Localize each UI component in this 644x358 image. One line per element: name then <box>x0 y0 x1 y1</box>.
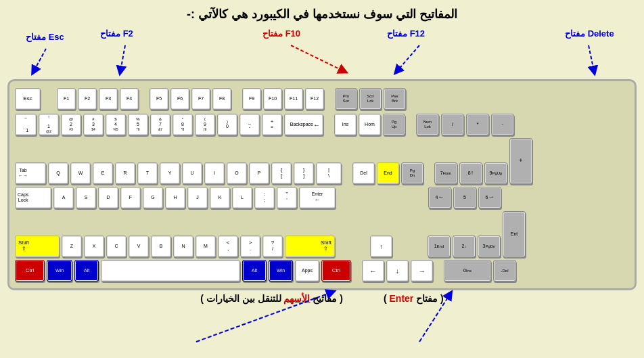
key-num-minus[interactable]: - <box>491 114 514 135</box>
key-k[interactable]: K <box>210 187 230 208</box>
key-0[interactable]: _- <box>239 114 260 135</box>
key-4[interactable]: $4%5 <box>106 114 126 135</box>
key-f10[interactable]: F10 <box>263 88 282 110</box>
key-numlock[interactable]: NumLok <box>416 114 439 135</box>
key-num5[interactable]: 5 <box>453 187 476 208</box>
key-f[interactable]: F <box>120 187 141 208</box>
key-num-enter[interactable]: Ent <box>503 211 526 257</box>
key-n[interactable]: N <box>173 236 193 257</box>
key-left[interactable]: ← <box>362 260 384 282</box>
key-tilde[interactable]: ~` 1 <box>15 114 37 135</box>
key-8[interactable]: (9(9 <box>195 114 215 135</box>
key-slash[interactable]: ?/ <box>262 236 283 257</box>
key-end[interactable]: End <box>377 162 399 184</box>
key-h[interactable]: H <box>165 187 185 208</box>
key-shift-left[interactable]: Shift⇧ <box>15 236 60 257</box>
key-home[interactable]: Hom <box>359 114 381 135</box>
key-3[interactable]: #3$4 <box>83 114 104 135</box>
key-l[interactable]: L <box>232 187 252 208</box>
key-apps[interactable]: Apps <box>295 260 319 282</box>
key-f9[interactable]: F9 <box>242 88 261 110</box>
key-i[interactable]: I <box>204 162 225 184</box>
key-p[interactable]: P <box>249 162 269 184</box>
key-f7[interactable]: F7 <box>191 88 210 110</box>
key-num2[interactable]: 2↓ <box>453 236 476 257</box>
key-num-del[interactable]: .Del <box>493 260 516 282</box>
key-e[interactable]: E <box>93 162 113 184</box>
key-f2[interactable]: F2 <box>78 88 97 110</box>
key-num-mul[interactable]: * <box>466 114 489 135</box>
key-r[interactable]: R <box>115 162 135 184</box>
key-alt-right[interactable]: Alt <box>242 260 267 282</box>
key-f11[interactable]: F11 <box>284 88 303 110</box>
key-down[interactable]: ↓ <box>386 260 409 282</box>
key-num8[interactable]: 8↑ <box>459 162 482 184</box>
key-f6[interactable]: F6 <box>170 88 189 110</box>
key-v[interactable]: V <box>129 236 149 257</box>
key-semicolon[interactable]: :; <box>254 187 275 208</box>
key-a[interactable]: A <box>53 187 74 208</box>
key-backslash[interactable]: |\ <box>316 162 342 184</box>
key-u[interactable]: U <box>182 162 202 184</box>
key-ins[interactable]: Ins <box>334 114 356 135</box>
key-9[interactable]: )0 <box>217 114 237 135</box>
key-2[interactable]: @2#3 <box>61 114 81 135</box>
key-6[interactable]: &7&7 <box>150 114 170 135</box>
key-m[interactable]: M <box>196 236 216 257</box>
key-f4[interactable]: F4 <box>120 88 139 110</box>
key-right[interactable]: → <box>411 260 433 282</box>
key-num4[interactable]: 4← <box>428 187 451 208</box>
key-ctrl-right[interactable]: Ctrl <box>321 260 351 282</box>
key-f1[interactable]: F1 <box>57 88 76 110</box>
key-g[interactable]: G <box>143 187 163 208</box>
key-num7[interactable]: 7Hom <box>434 162 457 184</box>
key-f5[interactable]: F5 <box>150 88 168 110</box>
key-d[interactable]: D <box>98 187 118 208</box>
key-s[interactable]: S <box>76 187 96 208</box>
key-num-plus[interactable]: + <box>509 138 532 184</box>
key-comma[interactable]: <, <box>218 236 238 257</box>
key-y[interactable]: Y <box>160 162 180 184</box>
key-up[interactable]: ↑ <box>370 236 392 257</box>
key-num6[interactable]: 6→ <box>478 187 501 208</box>
key-x[interactable]: X <box>84 236 104 257</box>
key-del[interactable]: Del <box>352 162 375 184</box>
key-f12[interactable]: F12 <box>305 88 324 110</box>
key-shift-right[interactable]: Shift⇧ <box>285 236 335 257</box>
key-num9[interactable]: 9PgUp <box>484 162 507 184</box>
key-q[interactable]: Q <box>48 162 68 184</box>
key-t[interactable]: T <box>137 162 158 184</box>
key-capslock[interactable]: CapsLock <box>15 187 51 208</box>
key-space[interactable] <box>101 260 240 282</box>
key-quote[interactable]: "' <box>277 187 297 208</box>
key-win-left[interactable]: Win <box>47 260 72 282</box>
key-minus[interactable]: += <box>262 114 282 135</box>
key-period[interactable]: >. <box>240 236 260 257</box>
key-enter[interactable]: Enter← <box>299 187 336 208</box>
key-o[interactable]: O <box>227 162 247 184</box>
key-backspace[interactable]: Backspace← <box>284 114 323 135</box>
key-5[interactable]: %5^6 <box>128 114 148 135</box>
key-win-right[interactable]: Win <box>269 260 293 282</box>
key-pgup[interactable]: PgUp <box>383 114 405 135</box>
key-scrlk[interactable]: ScrlLck <box>359 88 382 110</box>
key-pause[interactable]: PseBrk <box>384 88 406 110</box>
key-esc[interactable]: Esc <box>15 88 41 110</box>
key-num1[interactable]: 1End <box>428 236 451 257</box>
key-f3[interactable]: F3 <box>99 88 118 110</box>
key-j[interactable]: J <box>187 187 208 208</box>
key-1[interactable]: !1@2 <box>39 114 59 135</box>
key-b[interactable]: B <box>151 236 171 257</box>
key-w[interactable]: W <box>70 162 91 184</box>
key-num0[interactable]: 0Ins <box>444 260 491 282</box>
key-pgdn[interactable]: PgDn <box>401 162 423 184</box>
key-prtscr[interactable]: PrnSor <box>335 88 357 110</box>
key-num3[interactable]: 3PgDn <box>478 236 501 257</box>
key-tab[interactable]: Tab←→ <box>15 162 46 184</box>
key-lbracket[interactable]: {[ <box>271 162 292 184</box>
key-7[interactable]: *8*8 <box>172 114 193 135</box>
key-rbracket[interactable]: }] <box>294 162 314 184</box>
key-num-div[interactable]: / <box>441 114 464 135</box>
key-c[interactable]: C <box>106 236 127 257</box>
key-ctrl-left[interactable]: Ctrl <box>15 260 45 282</box>
